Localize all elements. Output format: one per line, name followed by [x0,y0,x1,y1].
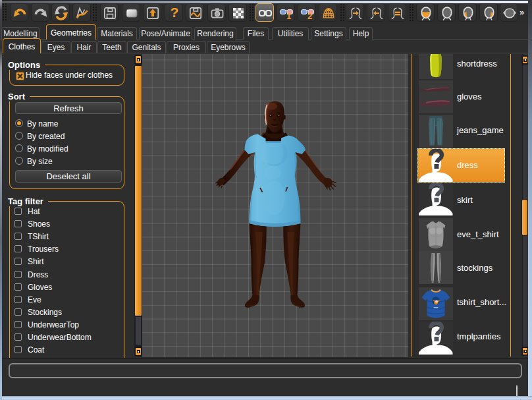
svg-text:?: ? [170,6,178,20]
svg-text:1: 1 [286,11,291,20]
svg-text:2: 2 [307,11,312,20]
